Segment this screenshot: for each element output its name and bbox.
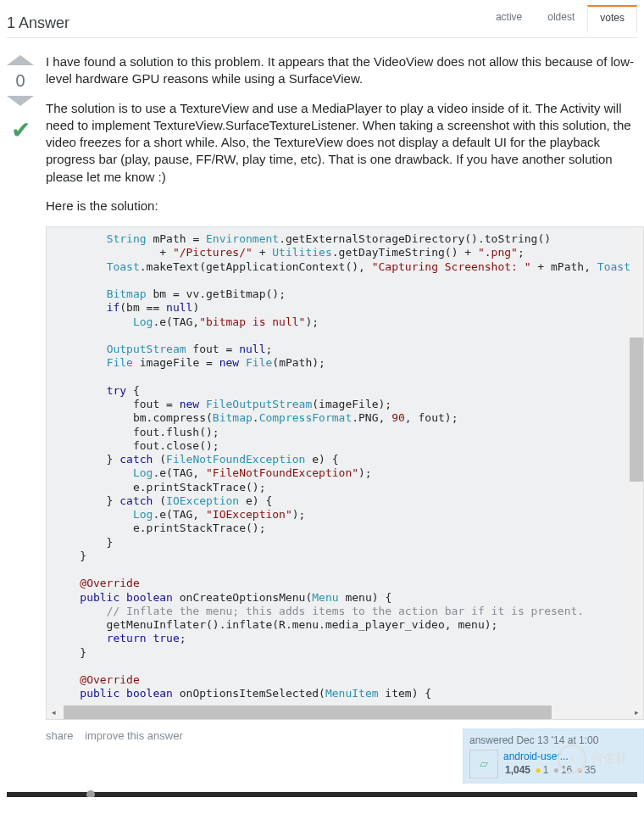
progress-handle-icon[interactable]	[86, 790, 95, 797]
downvote-button[interactable]	[7, 96, 34, 106]
user-name-link[interactable]: android-user...	[503, 750, 596, 763]
vote-cell: 0 ✔	[7, 53, 34, 784]
post-menu: share improve this answer	[46, 728, 192, 784]
code-block: String mPath = Environment.getExternalSt…	[46, 226, 644, 720]
answer-body: I have found a solution to this problem.…	[34, 53, 644, 784]
user-card: answered Dec 13 '14 at 1:00 ▱ android-us…	[463, 728, 644, 784]
scroll-left-arrow-icon[interactable]: ◂	[47, 706, 60, 719]
broken-image-icon: ▱	[480, 756, 488, 772]
improve-link[interactable]: improve this answer	[85, 729, 183, 742]
code-content[interactable]: String mPath = Environment.getExternalSt…	[47, 227, 643, 702]
answer-paragraph: The solution is to use a TextureView and…	[46, 100, 644, 186]
gold-badge-icon: ●	[535, 764, 541, 776]
answers-count-title: 1 Answer	[7, 14, 69, 32]
vote-count: 0	[15, 70, 25, 91]
user-reputation-row: 1,045 ●1 ●16 ●35	[503, 763, 596, 777]
reputation-score: 1,045	[505, 764, 530, 776]
accepted-check-icon: ✔	[11, 116, 31, 144]
sort-tab-active[interactable]: active	[483, 5, 535, 33]
answer-paragraph: I have found a solution to this problem.…	[46, 53, 644, 88]
sort-tab-oldest[interactable]: oldest	[535, 5, 587, 33]
horizontal-scrollbar-thumb[interactable]	[64, 706, 552, 719]
answered-time: answered Dec 13 '14 at 1:00	[469, 734, 637, 747]
gold-badge-count: 1	[543, 764, 549, 776]
media-progress-bar[interactable]	[7, 792, 637, 797]
avatar[interactable]: ▱	[469, 750, 498, 778]
vertical-scrollbar-thumb[interactable]	[630, 337, 643, 482]
upvote-button[interactable]	[7, 55, 34, 65]
silver-badge-icon: ●	[553, 764, 559, 776]
bronze-badge-icon: ●	[577, 764, 583, 776]
share-link[interactable]: share	[46, 729, 74, 742]
bronze-badge-count: 35	[585, 764, 596, 776]
silver-badge-count: 16	[561, 764, 572, 776]
answer-paragraph: Here is the solution:	[46, 198, 644, 215]
sort-tab-votes[interactable]: votes	[587, 5, 637, 33]
scroll-right-arrow-icon[interactable]: ▸	[630, 706, 643, 719]
sort-tabs: activeoldestvotes	[483, 5, 637, 32]
